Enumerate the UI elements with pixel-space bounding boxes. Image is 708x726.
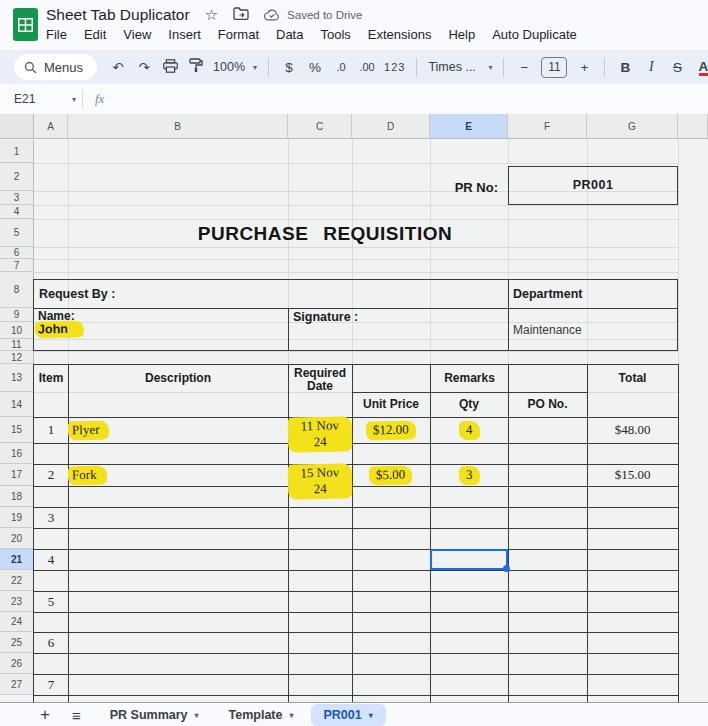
select-all-corner[interactable] xyxy=(0,114,34,139)
menu-file[interactable]: File xyxy=(46,27,67,42)
paint-format-button[interactable] xyxy=(187,58,205,76)
row-header-12[interactable]: 12 xyxy=(0,351,34,364)
zoom-caret-icon[interactable]: ▾ xyxy=(253,63,257,72)
menu-auto-duplicate[interactable]: Auto Duplicate xyxy=(492,27,577,42)
row-header-15[interactable]: 15 xyxy=(0,417,34,443)
cell-D17[interactable]: $5.00 xyxy=(352,464,430,486)
font-family-select[interactable]: Times ... xyxy=(428,60,480,74)
column-header-B[interactable]: B xyxy=(68,114,288,139)
cell-A17[interactable]: 2 xyxy=(34,464,68,486)
row-header-23[interactable]: 23 xyxy=(0,591,34,612)
pr-no-box[interactable]: PR001 xyxy=(508,166,678,205)
row-header-4[interactable]: 4 xyxy=(0,205,34,219)
namebox-caret-icon[interactable]: ▾ xyxy=(72,95,76,104)
cell-A23[interactable]: 5 xyxy=(34,591,68,612)
signature-label[interactable]: Signature : xyxy=(293,310,358,324)
menu-format[interactable]: Format xyxy=(218,27,259,42)
selected-cell-outline[interactable] xyxy=(430,549,508,570)
menu-tools[interactable]: Tools xyxy=(320,27,350,42)
cell-A21[interactable]: 4 xyxy=(34,549,68,570)
move-folder-icon[interactable] xyxy=(233,6,249,24)
pr-no-label[interactable]: PR No: xyxy=(400,172,498,204)
cell-C15[interactable]: 11 Nov 24 xyxy=(288,417,352,443)
save-status[interactable]: Saved to Drive xyxy=(264,9,362,21)
cell-B15[interactable]: Plyer xyxy=(68,417,288,443)
document-title[interactable]: Sheet Tab Duplicator xyxy=(46,6,190,24)
print-button[interactable] xyxy=(161,59,179,76)
add-sheet-button[interactable]: + xyxy=(40,705,50,725)
cell-A19[interactable]: 3 xyxy=(34,507,68,528)
redo-button[interactable]: ↷ xyxy=(135,59,153,75)
department-label[interactable]: Department xyxy=(513,281,582,308)
column-header-D[interactable]: D xyxy=(352,114,430,139)
row-header-13[interactable]: 13 xyxy=(0,364,34,392)
row-header-1[interactable]: 1 xyxy=(0,140,34,163)
decrease-decimal-button[interactable]: .0 xyxy=(332,61,350,73)
col-header-qty[interactable]: Qty xyxy=(430,392,508,417)
column-header-A[interactable]: A xyxy=(34,114,68,139)
row-header-10[interactable]: 10 xyxy=(0,322,34,339)
row-header-16[interactable]: 16 xyxy=(0,443,34,464)
row-header-2[interactable]: 2 xyxy=(0,163,34,191)
row-header-20[interactable]: 20 xyxy=(0,528,34,549)
col-header-item[interactable]: Item xyxy=(34,364,68,392)
tab-menu-caret-icon[interactable]: ▾ xyxy=(369,711,373,720)
row-header-14[interactable]: 14 xyxy=(0,392,34,417)
col-header-unit-price[interactable]: Unit Price xyxy=(352,392,430,417)
row-header-26[interactable]: 26 xyxy=(0,653,34,674)
menus-search-button[interactable]: Menus xyxy=(14,54,97,80)
request-by-label[interactable]: Request By : xyxy=(39,281,115,308)
row-header-19[interactable]: 19 xyxy=(0,507,34,528)
font-size-input[interactable]: 11 xyxy=(541,57,567,78)
row-header-18[interactable]: 18 xyxy=(0,486,34,507)
cell-B17[interactable]: Fork xyxy=(68,464,288,486)
row-header-25[interactable]: 25 xyxy=(0,632,34,653)
col-header-remarks[interactable]: Remarks xyxy=(352,364,587,392)
star-icon[interactable]: ☆ xyxy=(205,6,218,24)
number-format-button[interactable]: 123 xyxy=(384,61,405,73)
row-header-24[interactable]: 24 xyxy=(0,612,34,632)
tab-pr001[interactable]: PR001▾ xyxy=(311,704,386,726)
name-value[interactable]: John xyxy=(35,320,84,338)
cell-E15[interactable]: 4 xyxy=(430,417,508,443)
tab-pr-summary[interactable]: PR Summary▾ xyxy=(97,703,212,726)
decrease-font-size-button[interactable]: − xyxy=(515,60,533,75)
zoom-select[interactable]: 100% xyxy=(213,60,245,74)
format-currency-button[interactable]: $ xyxy=(280,60,298,75)
row-header-3[interactable]: 3 xyxy=(0,191,34,205)
all-sheets-icon[interactable]: ≡ xyxy=(72,707,81,724)
sheets-logo-icon[interactable] xyxy=(13,8,38,41)
column-header-partial[interactable] xyxy=(678,114,708,139)
tab-menu-caret-icon[interactable]: ▾ xyxy=(195,711,199,720)
menu-view[interactable]: View xyxy=(123,27,151,42)
cell-A27[interactable]: 7 xyxy=(34,674,68,695)
cell-C17[interactable]: 15 Nov 24 xyxy=(288,464,352,486)
col-header-po-no[interactable]: PO No. xyxy=(508,392,587,417)
form-title[interactable]: PURCHASE REQUISITION xyxy=(134,223,516,245)
increase-decimal-button[interactable]: .00 xyxy=(358,61,376,73)
menu-data[interactable]: Data xyxy=(276,27,303,42)
cell-A25[interactable]: 6 xyxy=(34,632,68,653)
row-header-8[interactable]: 8 xyxy=(0,272,34,308)
column-header-E[interactable]: E xyxy=(430,114,508,139)
tab-template[interactable]: Template▾ xyxy=(216,703,307,726)
increase-font-size-button[interactable]: + xyxy=(575,60,593,75)
menu-edit[interactable]: Edit xyxy=(84,27,106,42)
column-header-C[interactable]: C xyxy=(288,114,352,139)
cell-G15[interactable]: $48.00 xyxy=(587,417,678,443)
column-header-F[interactable]: F xyxy=(508,114,587,139)
menu-insert[interactable]: Insert xyxy=(168,27,201,42)
text-color-button[interactable]: A xyxy=(699,60,708,76)
col-header-total[interactable]: Total xyxy=(587,364,678,392)
row-header-7[interactable]: 7 xyxy=(0,259,34,272)
tab-menu-caret-icon[interactable]: ▾ xyxy=(289,711,293,720)
row-header-11[interactable]: 11 xyxy=(0,339,34,351)
cell-A15[interactable]: 1 xyxy=(34,417,68,443)
row-header-9[interactable]: 9 xyxy=(0,308,34,322)
font-caret-icon[interactable]: ▾ xyxy=(488,63,492,72)
row-header-17[interactable]: 17 xyxy=(0,464,34,486)
menu-extensions[interactable]: Extensions xyxy=(368,27,432,42)
italic-button[interactable]: I xyxy=(642,59,660,75)
row-header-27[interactable]: 27 xyxy=(0,674,34,695)
department-value[interactable]: Maintenance xyxy=(513,308,582,351)
